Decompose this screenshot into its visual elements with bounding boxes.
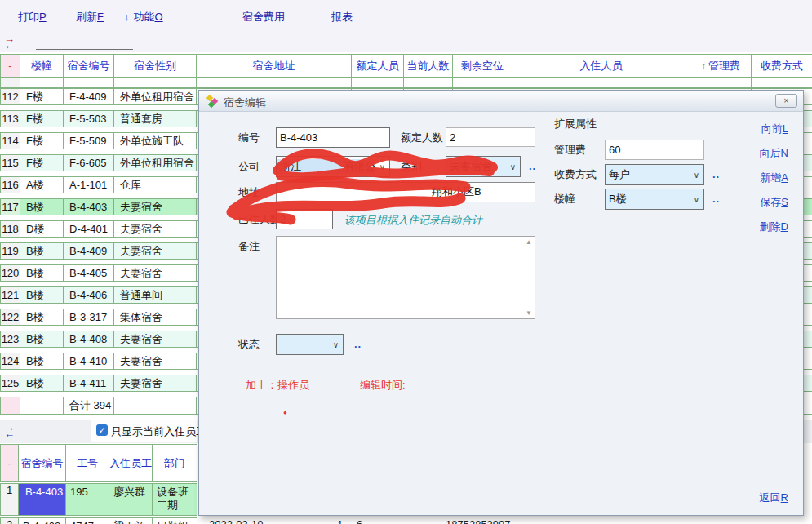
- mgmt-fee-input[interactable]: [605, 140, 704, 160]
- header-room-no[interactable]: 宿舍编号: [19, 445, 66, 481]
- cell-dorm-type: 集体宿舍: [114, 309, 197, 325]
- status-combobox[interactable]: ∨: [276, 334, 344, 355]
- header-dash[interactable]: -: [1, 445, 19, 481]
- row-number: 115: [1, 155, 20, 171]
- scroll-down-icon[interactable]: ▼: [526, 309, 532, 317]
- category-more-button[interactable]: ..: [529, 160, 536, 172]
- back-button[interactable]: 返回R: [741, 491, 788, 505]
- filter-checkbox[interactable]: ✓: [96, 424, 108, 436]
- cell-dorm-type: 外单位施工队: [114, 133, 197, 149]
- cell-value-b: 6: [357, 518, 362, 524]
- remark-textarea[interactable]: ▲ ▼: [276, 236, 535, 319]
- prev-button[interactable]: 向前L: [741, 122, 788, 136]
- cell-empty: [114, 397, 197, 414]
- building-value: B楼: [606, 192, 690, 206]
- cell-empty: [197, 78, 352, 87]
- row-number: 2: [1, 518, 19, 524]
- close-button[interactable]: ×: [775, 94, 797, 108]
- row-number: 125: [1, 375, 20, 391]
- header-room-no[interactable]: 宿舍编号: [64, 55, 114, 77]
- header-mgmt-fee[interactable]: ↑管理费: [690, 55, 752, 77]
- cell-building: A楼: [20, 177, 64, 193]
- cell-empty: [512, 78, 690, 87]
- dorm-fees-button[interactable]: 宿舍费用: [242, 10, 285, 24]
- save-button[interactable]: 保存S: [741, 195, 788, 210]
- status-label: 状态: [238, 334, 260, 354]
- fee-method-combobox[interactable]: 每户 ∨: [605, 164, 704, 185]
- header-quota[interactable]: 额定人员: [352, 55, 404, 77]
- number-input[interactable]: [276, 127, 390, 148]
- cell-empty: [453, 78, 512, 87]
- refresh-label: 刷新: [76, 11, 97, 23]
- cell-room-no: B-4-406: [64, 287, 114, 303]
- cell-dorm-type: 仓库: [114, 177, 197, 193]
- cell-department: 设备班二期: [153, 484, 197, 515]
- dialog-icon: [206, 95, 220, 107]
- swap-panels-icon-2[interactable]: →←: [4, 424, 20, 437]
- cell-empty: [64, 78, 114, 87]
- swap-panels-icon[interactable]: →←: [4, 36, 20, 49]
- cell-dorm-type: 夫妻宿舍: [114, 243, 197, 259]
- cell-room-no: B-4-410: [64, 353, 114, 369]
- header-current-count[interactable]: 当前人数: [404, 55, 453, 77]
- header-address[interactable]: 宿舍地址: [197, 55, 352, 77]
- reports-button[interactable]: 报表: [331, 10, 353, 24]
- scroll-up-icon[interactable]: ▲: [526, 238, 532, 246]
- edit-time-text: 编辑时间:: [360, 378, 406, 393]
- delete-button[interactable]: 删除D: [741, 220, 788, 234]
- cell-building: B楼: [20, 287, 64, 303]
- print-button[interactable]: 打印P: [18, 10, 47, 24]
- row-number: 123: [1, 331, 20, 347]
- quota-input[interactable]: [446, 127, 535, 147]
- cell-dorm-type: 普通单间: [114, 287, 197, 303]
- company-combobox[interactable]: 浙江有限公 ∨: [276, 156, 390, 177]
- occupant-table-header: - 宿舍编号 工号 入住员工 部门: [0, 444, 197, 482]
- cell-empty: [20, 397, 64, 414]
- header-dash[interactable]: -: [1, 55, 20, 77]
- row-number: 122: [1, 309, 20, 325]
- cell-emp-no: 4747: [66, 518, 109, 524]
- header-building[interactable]: 楼幢: [20, 55, 64, 77]
- address-input[interactable]: 翔和小区B: [276, 182, 535, 202]
- header-vacancy[interactable]: 剩余空位: [453, 55, 512, 77]
- fee-method-more-button[interactable]: ..: [712, 168, 720, 180]
- dorm-edit-dialog: 宿舍编辑 × 编号 额定人数 公司 浙江有限公 ∨ 类别 夫妻宿舍 ∨ .. 地…: [198, 90, 804, 516]
- fee-method-label: 收费方式: [554, 164, 597, 184]
- extended-props-title: 扩展属性: [554, 113, 597, 134]
- print-label: 打印: [18, 11, 39, 23]
- cell-dorm-type: 外单位租用宿舍: [114, 155, 197, 171]
- cell-room-no: F-5-503: [64, 111, 114, 127]
- cell-empty: [20, 78, 64, 87]
- header-dorm-type[interactable]: 宿舍性别: [114, 55, 197, 77]
- status-more-button[interactable]: ..: [354, 338, 362, 350]
- refresh-button[interactable]: 刷新F: [76, 10, 104, 24]
- category-combobox[interactable]: 夫妻宿舍 ∨: [446, 156, 521, 177]
- row-number: 118: [1, 221, 20, 237]
- cell-empty: [690, 78, 752, 87]
- add-button[interactable]: 新增A: [741, 171, 788, 185]
- row-number: 114: [1, 133, 20, 149]
- add-label: 新增: [760, 171, 781, 184]
- cell-dorm-type: 夫妻宿舍: [114, 353, 197, 369]
- dialog-titlebar[interactable]: 宿舍编辑 ×: [199, 91, 803, 112]
- header-occupants[interactable]: 入住人员: [512, 55, 690, 77]
- occupied-input[interactable]: [276, 209, 333, 229]
- row-number: 119: [1, 243, 20, 259]
- cell-value-a: 1: [337, 518, 343, 524]
- cell-checkin-date: 2022-03-10: [209, 518, 264, 524]
- building-more-button[interactable]: ..: [712, 193, 720, 205]
- header-department[interactable]: 部门: [153, 445, 197, 481]
- occupant-row-2[interactable]: 2B-4-4034747梁玉兰日勤组: [0, 517, 197, 524]
- next-button[interactable]: 向后N: [741, 146, 788, 161]
- function-menu-button[interactable]: ↓功能O: [124, 10, 163, 24]
- back-hotkey: R: [781, 491, 788, 504]
- header-occupant-name[interactable]: 入住员工: [109, 445, 153, 481]
- building-combobox[interactable]: B楼 ∨: [605, 189, 704, 210]
- delete-label: 删除: [760, 220, 781, 233]
- header-fee-method[interactable]: 收费方式: [752, 55, 812, 77]
- cell-occupant-name: 廖兴群: [109, 484, 153, 515]
- occupant-row-1[interactable]: 1B-4-403195廖兴群设备班二期: [0, 483, 197, 516]
- cell-dorm-type: 夫妻宿舍: [114, 331, 197, 347]
- cell-dorm-type: 夫妻宿舍: [114, 265, 197, 281]
- header-emp-no[interactable]: 工号: [66, 445, 109, 481]
